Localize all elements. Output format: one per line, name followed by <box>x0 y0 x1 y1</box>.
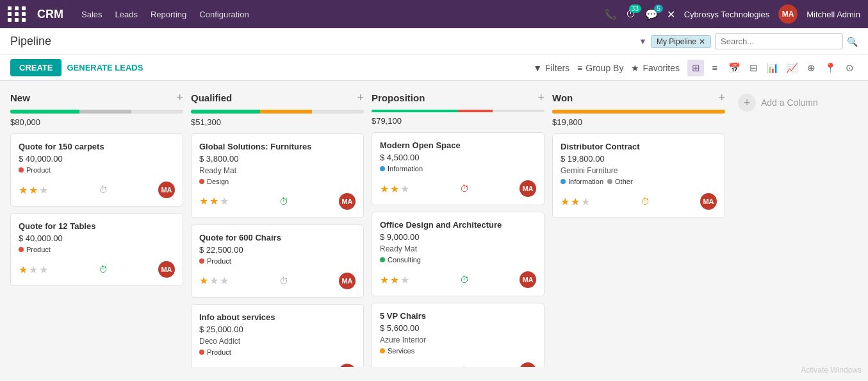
view-map[interactable]: 📍 <box>822 60 839 76</box>
star-1[interactable]: ★ <box>561 196 569 208</box>
clock-icon[interactable]: ⏱ <box>279 367 288 368</box>
clock-icon[interactable]: ⏱ <box>460 275 469 285</box>
card-stars[interactable]: ★★★ <box>19 184 48 196</box>
card-stars[interactable]: ★★★ <box>199 366 229 367</box>
list-item[interactable]: Distributor Contract$ 19,800.00Gemini Fu… <box>552 133 725 218</box>
app-grid-icon[interactable] <box>8 6 27 22</box>
view-toggles: ⊞ ≡ 📅 ⊟ 📊 📈 ⊕ 📍 ⊙ <box>687 60 858 76</box>
column-add-new[interactable]: + <box>176 91 183 105</box>
star-1[interactable]: ★ <box>380 183 389 195</box>
column-add-proposition[interactable]: + <box>537 91 545 105</box>
filter-tag-mypipeline[interactable]: My Pipeline ✕ <box>651 35 711 48</box>
menu-configuration[interactable]: Configuration <box>199 10 249 19</box>
star-1[interactable]: ★ <box>199 275 208 287</box>
clock-icon[interactable]: ⏱ <box>460 183 469 194</box>
create-button[interactable]: CREATE <box>10 59 61 76</box>
brand-logo[interactable]: CRM <box>37 8 63 21</box>
card-stars[interactable]: ★★★ <box>199 275 229 287</box>
star-3[interactable]: ★ <box>220 275 229 287</box>
star-2[interactable]: ★ <box>209 195 218 207</box>
star-1[interactable]: ★ <box>199 195 208 207</box>
progress-bar-qualified <box>191 110 364 114</box>
tag-label: Services <box>388 347 414 355</box>
menu-sales[interactable]: Sales <box>81 10 102 19</box>
star-2[interactable]: ★ <box>29 184 38 196</box>
star-2[interactable]: ★ <box>209 275 218 287</box>
generate-leads-button[interactable]: GENERATE LEADS <box>67 63 143 72</box>
add-column-button[interactable]: + Add a Column <box>733 91 823 114</box>
star-3[interactable]: ★ <box>39 184 48 196</box>
list-item[interactable]: 5 VP Chairs$ 5,600.00Azure InteriorServi… <box>372 303 545 367</box>
list-item[interactable]: Quote for 12 Tables$ 40,000.00Product★★★… <box>10 213 183 286</box>
star-3[interactable]: ★ <box>400 274 409 286</box>
column-amount-qualified: $51,300 <box>191 117 364 127</box>
messages-icon[interactable]: 💬 5 <box>645 8 658 21</box>
card-tag: Product <box>199 348 231 356</box>
add-column-label: Add a Column <box>761 97 818 108</box>
groupby-dropdown[interactable]: ≡ Group By <box>577 63 623 73</box>
clock-icon[interactable]: ⏱ <box>279 276 288 286</box>
star-2[interactable]: ★ <box>390 274 399 286</box>
list-item[interactable]: Quote for 600 Chairs$ 22,500.00Product★★… <box>191 224 364 298</box>
filter-tag-close[interactable]: ✕ <box>699 37 705 46</box>
column-add-qualified[interactable]: + <box>357 91 364 105</box>
star-3[interactable]: ★ <box>220 195 229 207</box>
favorites-label: Favorites <box>643 63 680 73</box>
activity-icon[interactable]: ⏱ 33 <box>626 8 636 20</box>
star-1[interactable]: ★ <box>199 366 208 367</box>
star-2[interactable]: ★ <box>571 196 580 208</box>
view-calendar[interactable]: 📅 <box>726 60 742 76</box>
activate-windows-watermark: Activate Windows <box>801 366 862 375</box>
card-stars[interactable]: ★★★ <box>19 264 48 276</box>
favorites-dropdown[interactable]: ★ Favorites <box>631 63 680 73</box>
star-3[interactable]: ★ <box>400 183 409 195</box>
card-stars[interactable]: ★★★ <box>380 183 409 195</box>
card-stars[interactable]: ★★★ <box>561 196 590 208</box>
star-2[interactable]: ★ <box>209 366 218 367</box>
card-stars[interactable]: ★★★ <box>380 274 409 286</box>
star-3[interactable]: ★ <box>581 196 590 208</box>
view-grid[interactable]: ⊟ <box>745 60 762 76</box>
menu-reporting[interactable]: Reporting <box>151 10 186 19</box>
cards-proposition: Modern Open Space$ 4,500.00Information★★… <box>372 132 545 367</box>
filters-dropdown[interactable]: ▼ Filters <box>533 63 569 73</box>
star-2[interactable]: ★ <box>29 264 38 276</box>
card-footer: ★★★⏱MA <box>19 261 175 278</box>
menu-leads[interactable]: Leads <box>115 10 138 19</box>
star-2[interactable]: ★ <box>390 365 399 367</box>
star-1[interactable]: ★ <box>380 274 389 286</box>
search-button[interactable]: 🔍 <box>847 37 858 47</box>
list-item[interactable]: Global Solutions: Furnitures$ 3,800.00Re… <box>191 133 364 218</box>
star-1[interactable]: ★ <box>19 184 28 196</box>
search-input[interactable] <box>715 33 843 49</box>
star-3[interactable]: ★ <box>400 365 409 367</box>
clock-icon[interactable]: ⏱ <box>460 366 469 367</box>
column-add-won[interactable]: + <box>718 91 725 105</box>
star-1[interactable]: ★ <box>380 365 389 367</box>
card-title: Global Solutions: Furnitures <box>199 142 356 151</box>
clock-icon[interactable]: ⏱ <box>279 196 288 207</box>
view-line-chart[interactable]: 📈 <box>783 60 800 76</box>
star-2[interactable]: ★ <box>390 183 399 195</box>
star-1[interactable]: ★ <box>19 264 28 276</box>
view-activity[interactable]: ⊙ <box>841 60 858 76</box>
view-bar-chart[interactable]: 📊 <box>764 60 781 76</box>
clock-icon[interactable]: ⏱ <box>99 264 108 275</box>
clock-icon[interactable]: ⏱ <box>99 185 108 195</box>
list-item[interactable]: Office Design and Architecture$ 9,000.00… <box>372 212 545 296</box>
list-item[interactable]: Quote for 150 carpets$ 40,000.00Product★… <box>10 133 183 207</box>
close-icon[interactable]: ✕ <box>667 8 675 21</box>
list-item[interactable]: Info about services$ 25,000.00Deco Addic… <box>191 304 364 368</box>
nav-right: 📞 ⏱ 33 💬 5 ✕ Cybrosys Technologies MA Mi… <box>604 4 860 24</box>
view-pivot[interactable]: ⊕ <box>803 60 819 76</box>
star-3[interactable]: ★ <box>220 366 229 367</box>
phone-icon[interactable]: 📞 <box>604 8 617 21</box>
view-list[interactable]: ≡ <box>707 60 723 76</box>
list-item[interactable]: Modern Open Space$ 4,500.00Information★★… <box>372 132 545 205</box>
card-stars[interactable]: ★★★ <box>199 195 229 207</box>
view-kanban[interactable]: ⊞ <box>687 60 704 76</box>
star-3[interactable]: ★ <box>39 264 48 276</box>
card-stars[interactable]: ★★★ <box>380 365 409 367</box>
user-avatar[interactable]: MA <box>778 4 798 24</box>
clock-icon[interactable]: ⏱ <box>641 196 650 207</box>
